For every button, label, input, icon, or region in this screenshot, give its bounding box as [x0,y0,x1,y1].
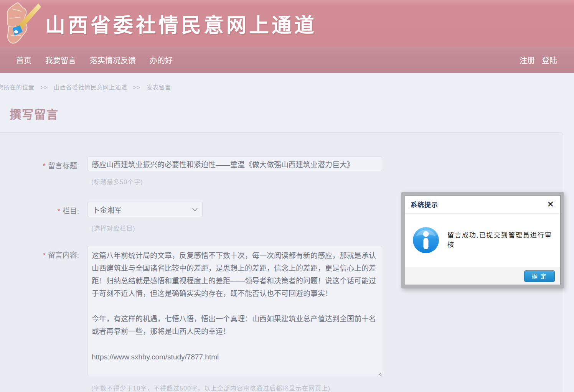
category-field-label-cell: *栏目: [0,202,79,216]
nav-item-leave-message[interactable]: 我要留言 [45,54,76,66]
dialog-body: 留言成功,已提交到管理员进行审核 [405,213,560,267]
system-prompt-dialog-frame: 系统提示 ✕ 留言成功,已提交到管理员进行审核 确 定 [401,192,564,288]
content-field-hint: (字数不得少于10字，不得超过500字，以上全部内容审核通过后都将显示在网页上) [91,383,563,392]
dialog-titlebar: 系统提示 ✕ [405,196,560,213]
content-field-label-cell: *留言内容: [0,246,79,260]
message-content-textarea[interactable]: 这篇八年前统计局的文章，反复感悟不下数十次，每一次阅读都有新的感应，那就是承认山… [87,246,382,376]
title-field-label-cell: *留言标题: [0,156,79,170]
breadcrumb-separator: >> [40,84,48,91]
site-logo-icon [3,1,41,46]
chevron-down-icon [192,208,198,211]
message-title-input[interactable] [87,156,382,171]
site-header: 山西省委社情民意网上通道 [0,0,574,47]
content-field-cell: 这篇八年前统计局的文章，反复感悟不下数十次，每一次阅读都有新的感应，那就是承认山… [87,246,382,378]
title-field-hint: (标题最多50个字) [91,177,563,186]
close-icon[interactable]: ✕ [547,200,554,209]
title-field-label: 留言标题: [48,162,79,170]
required-asterisk: * [58,208,60,215]
register-link[interactable]: 注册 [520,54,535,66]
dialog-footer: 确 定 [405,267,560,285]
required-asterisk: * [43,162,46,170]
title-field-cell [87,156,382,171]
category-field-label: 栏目: [63,207,79,215]
login-link[interactable]: 登陆 [542,54,557,66]
breadcrumb: 您所在的位置 >> 山西省委社情民意网上通道 >> 发表留言 [0,83,574,91]
nav-item-home[interactable]: 首页 [16,54,31,66]
breadcrumb-separator: >> [133,84,141,91]
category-field-cell: 卜金湘军 [87,202,203,217]
breadcrumb-site-link[interactable]: 山西省委社情民意网上通道 [54,84,127,91]
info-icon [412,226,440,254]
main-nav: 首页 我要留言 落实情况反馈 办的好 注册 登陆 [0,47,574,73]
nav-item-implementation-feedback[interactable]: 落实情况反馈 [90,54,136,66]
required-asterisk: * [43,252,46,259]
dialog-message: 留言成功,已提交到管理员进行审核 [447,231,555,250]
nav-items: 首页 我要留言 落实情况反馈 办的好 [0,54,186,66]
breadcrumb-current: 发表留言 [147,84,171,91]
form-row-title: *留言标题: [0,156,563,171]
nav-item-well-done[interactable]: 办的好 [150,54,173,66]
nav-auth: 注册 登陆 [513,54,574,66]
content-field-label: 留言内容: [48,251,79,259]
breadcrumb-prefix: 您所在的位置 [0,84,35,91]
site-title: 山西省委社情民意网上通道 [45,9,317,38]
page-title: 撰写留言 [10,105,574,122]
category-select[interactable]: 卜金湘军 [87,202,203,217]
category-selected-value: 卜金湘军 [92,204,122,215]
system-prompt-dialog: 系统提示 ✕ 留言成功,已提交到管理员进行审核 确 定 [405,195,561,285]
ok-button[interactable]: 确 定 [524,270,555,282]
dialog-title: 系统提示 [411,199,438,209]
